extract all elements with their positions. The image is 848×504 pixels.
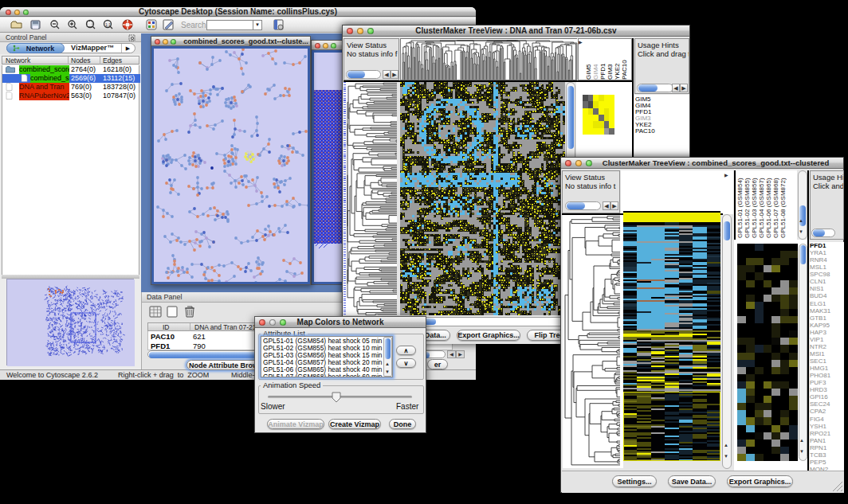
svg-text:1:1: 1:1 [105, 22, 111, 27]
